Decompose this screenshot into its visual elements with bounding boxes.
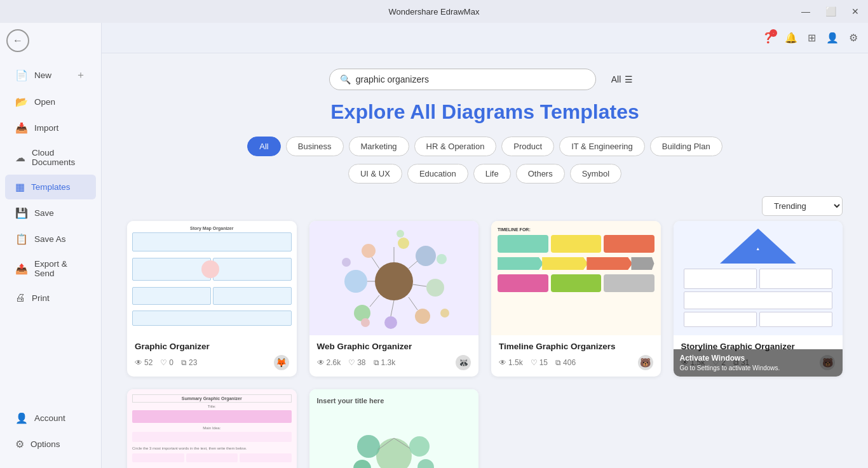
views-stat: 👁 1.5k	[499, 358, 523, 367]
template-thumb-go: Story Map Organizer	[127, 221, 297, 335]
filter-hr[interactable]: HR & Operation	[414, 137, 497, 156]
views-stat: 👁 52	[135, 358, 153, 367]
filter-it[interactable]: IT & Engineering	[559, 137, 645, 156]
sidebar-item-options[interactable]: ⚙ Options	[5, 432, 96, 457]
sidebar-item-export[interactable]: 📤 Export & Send	[5, 253, 96, 284]
all-filter-button[interactable]: All ☰	[604, 70, 641, 88]
new-icon: 📄	[15, 69, 28, 81]
filter-symbol[interactable]: Symbol	[570, 164, 621, 184]
likes-stat: ♡ 38	[348, 358, 365, 367]
hero-section: Explore All Diagrams Templates	[102, 100, 868, 124]
filter-product[interactable]: Product	[501, 137, 554, 156]
svg-point-2	[426, 279, 444, 297]
template-card-storyline[interactable]: ▲ Storyline Graphic Organizer	[674, 221, 843, 377]
grid-icon[interactable]: ⊞	[808, 32, 816, 44]
template-card-summary[interactable]: Summary Graphic Organizer Title: Main Id…	[127, 389, 297, 468]
search-box[interactable]: 🔍	[329, 69, 596, 90]
options-icon: ⚙	[15, 438, 24, 450]
copies-stat: ⧉ 23	[181, 358, 197, 367]
template-thumb-bubble: Insert your title here	[309, 389, 479, 468]
svg-point-25	[353, 460, 371, 468]
minimize-button[interactable]: —	[797, 5, 814, 18]
sidebar-item-account[interactable]: 👤 Account	[5, 406, 96, 431]
activate-windows-overlay: Activate Windows Go to Settings to activ…	[674, 349, 843, 377]
svg-point-17	[361, 318, 370, 327]
sidebar-item-print[interactable]: 🖨 Print	[5, 286, 96, 310]
sidebar-item-label: Open	[34, 97, 55, 107]
sidebar-item-label: Print	[32, 293, 50, 303]
svg-point-5	[354, 305, 370, 321]
maximize-button[interactable]: ⬜	[822, 5, 840, 18]
sidebar-item-label: Save As	[34, 234, 66, 244]
notification-icon[interactable]: 🔔	[785, 32, 797, 44]
template-thumb-sl: ▲	[674, 221, 843, 335]
likes-stat: ♡ 15	[531, 358, 548, 367]
svg-point-22	[376, 438, 412, 468]
open-icon: 📂	[15, 96, 28, 108]
sidebar-item-label: Cloud Documents	[32, 148, 86, 167]
templates-icon: ▦	[15, 181, 25, 193]
settings-icon[interactable]: ⚙	[849, 32, 858, 44]
template-card-insert-title[interactable]: Insert your title here Insert yo	[309, 389, 479, 468]
account-icon: 👤	[15, 412, 28, 424]
avatar-tl: 🐻	[638, 355, 653, 370]
import-icon: 📥	[15, 122, 28, 134]
template-thumb-sum: Summary Graphic Organizer Title: Main Id…	[127, 389, 297, 468]
sidebar-item-new[interactable]: 📄 New ＋	[5, 62, 96, 88]
filter-others[interactable]: Others	[516, 164, 565, 184]
sidebar-item-cloud[interactable]: ☁ Cloud Documents	[5, 142, 96, 173]
search-input[interactable]	[356, 74, 585, 84]
insert-title-text: Insert your title here	[317, 397, 384, 404]
filter-life[interactable]: Life	[473, 164, 511, 184]
hero-prefix: Explore	[330, 100, 410, 123]
sidebar-bottom: 👤 Account ⚙ Options	[0, 399, 101, 468]
sidebar-item-open[interactable]: 📂 Open	[5, 90, 96, 114]
svg-point-21	[397, 230, 404, 237]
svg-point-20	[342, 258, 351, 267]
svg-point-6	[344, 270, 367, 293]
print-icon: 🖨	[15, 292, 25, 304]
svg-point-26	[417, 459, 434, 468]
copies-stat: ⧉ 1.3k	[374, 358, 396, 367]
template-info-tl: Timeline Graphic Organizers 👁 1.5k ♡ 15 …	[491, 335, 661, 377]
svg-point-19	[440, 309, 449, 318]
template-card-timeline[interactable]: TIMELINE FOR:	[491, 221, 661, 377]
sidebar: ← 📄 New ＋ 📂 Open 📥 Import ☁ Cloud Docume…	[0, 23, 102, 468]
filter-education[interactable]: Education	[407, 164, 468, 184]
template-card-graphic-organizer[interactable]: Story Map Organizer Graphic Organizer	[127, 221, 297, 377]
sidebar-item-save[interactable]: 💾 Save	[5, 201, 96, 225]
sidebar-item-label: Options	[31, 439, 60, 449]
sidebar-item-templates[interactable]: ▦ Templates	[5, 175, 96, 199]
template-card-web[interactable]: Web Graphic Organizer 👁 2.6k ♡ 38 ⧉ 1.3k…	[309, 221, 479, 377]
search-icon: 🔍	[340, 74, 351, 84]
filter-building[interactable]: Building Plan	[650, 137, 722, 156]
top-toolbar: ❓· 🔔 ⊞ 👤 ⚙	[102, 23, 868, 53]
template-name-tl: Timeline Graphic Organizers	[499, 342, 653, 351]
sidebar-item-saveas[interactable]: 📋 Save As	[5, 227, 96, 251]
filter-business[interactable]: Business	[286, 137, 344, 156]
activate-title: Activate Windows	[680, 353, 837, 364]
user-icon[interactable]: 👤	[826, 32, 839, 44]
likes-stat: ♡ 0	[160, 358, 173, 367]
filter-marketing[interactable]: Marketing	[349, 137, 409, 156]
hero-title: Explore All Diagrams Templates	[102, 100, 868, 124]
svg-point-7	[362, 244, 376, 258]
avatar-web: 🦝	[456, 355, 471, 370]
title-bar: Wondershare EdrawMax — ⬜ ✕	[0, 0, 868, 23]
sidebar-item-import[interactable]: 📥 Import	[5, 116, 96, 140]
template-grid: Story Map Organizer Graphic Organizer	[102, 221, 868, 468]
filter-uiux[interactable]: UI & UX	[348, 164, 402, 184]
save-icon: 💾	[15, 207, 28, 219]
close-button[interactable]: ✕	[848, 5, 863, 18]
back-button[interactable]: ←	[3, 25, 33, 56]
svg-point-24	[409, 436, 430, 457]
app-title: Wondershare EdrawMax	[389, 7, 480, 17]
category-filters-row1: All Business Marketing HR & Operation Pr…	[102, 137, 868, 161]
help-icon[interactable]: ❓·	[762, 32, 775, 44]
sidebar-item-label: Save	[34, 208, 54, 218]
template-name-go: Graphic Organizer	[135, 342, 289, 351]
filter-all[interactable]: All	[247, 137, 280, 156]
sort-select[interactable]: Trending Newest Most Popular	[762, 196, 843, 216]
svg-point-1	[416, 246, 436, 266]
saveas-icon: 📋	[15, 233, 28, 245]
